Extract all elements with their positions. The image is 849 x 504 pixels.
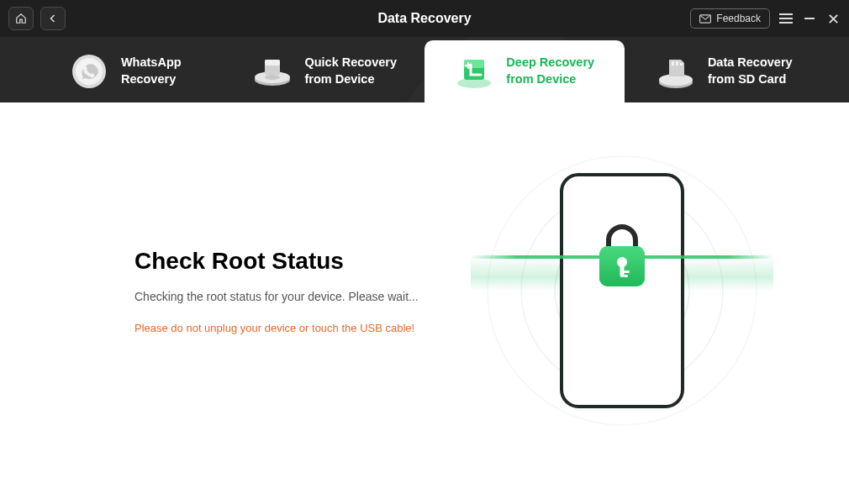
whatsapp-recovery-icon xyxy=(69,51,109,92)
minimize-button[interactable] xyxy=(802,11,817,26)
deep-recovery-icon xyxy=(454,51,494,92)
svg-rect-32 xyxy=(624,275,628,277)
tab-label-line2: Recovery xyxy=(121,71,182,88)
sd-card-recovery-icon xyxy=(656,51,696,92)
back-button[interactable] xyxy=(40,7,66,30)
mail-icon xyxy=(699,14,711,24)
page-warning: Please do not unplug your device or touc… xyxy=(134,322,420,334)
titlebar: Data Recovery Feedback xyxy=(0,0,849,37)
chevron-left-icon xyxy=(48,13,58,24)
quick-recovery-icon xyxy=(252,51,293,92)
svg-rect-23 xyxy=(680,63,683,66)
tab-sd-card-recovery[interactable]: Data Recovery from SD Card xyxy=(625,40,825,102)
tab-label-line2: from SD Card xyxy=(708,71,793,88)
lock-icon xyxy=(597,223,647,292)
close-icon xyxy=(828,13,839,24)
illustration xyxy=(471,139,773,442)
tab-whatsapp-recovery[interactable]: WhatsApp Recovery xyxy=(25,40,225,102)
svg-rect-22 xyxy=(676,61,678,66)
tab-label-line2: from Device xyxy=(304,71,397,88)
home-icon xyxy=(15,13,27,24)
home-button[interactable] xyxy=(8,7,34,30)
tab-label-line1: WhatsApp xyxy=(121,55,182,71)
svg-rect-18 xyxy=(464,60,484,68)
page-heading: Check Root Status xyxy=(134,248,420,275)
tab-label-line1: Deep Recovery xyxy=(506,55,594,71)
tab-quick-recovery[interactable]: Quick Recovery from Device xyxy=(225,40,425,102)
svg-rect-30 xyxy=(620,264,625,277)
close-button[interactable] xyxy=(825,11,841,26)
svg-rect-14 xyxy=(265,60,280,66)
svg-point-15 xyxy=(265,75,280,80)
menu-button[interactable] xyxy=(778,11,794,26)
main-content: Check Root Status Checking the root stat… xyxy=(0,102,849,504)
minimize-icon xyxy=(804,13,815,24)
svg-rect-31 xyxy=(624,270,630,273)
tab-label-line1: Data Recovery xyxy=(708,55,793,71)
page-subtext: Checking the root status for your device… xyxy=(134,290,420,303)
hamburger-icon xyxy=(779,13,793,24)
feedback-button[interactable]: Feedback xyxy=(690,8,770,29)
svg-point-10 xyxy=(91,74,95,78)
tab-label-line1: Quick Recovery xyxy=(304,55,397,71)
tabs-bar: WhatsApp Recovery Quick Recovery from De… xyxy=(0,37,849,102)
tab-label-line2: from Device xyxy=(506,71,594,88)
svg-rect-21 xyxy=(672,61,674,66)
tab-deep-recovery[interactable]: Deep Recovery from Device xyxy=(424,40,625,102)
feedback-label: Feedback xyxy=(716,13,761,24)
